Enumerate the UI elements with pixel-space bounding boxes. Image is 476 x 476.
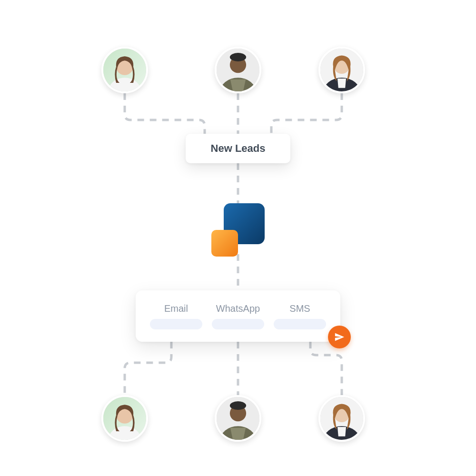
avatar-recipient-2 [215,395,261,442]
channel-pill [150,319,202,329]
avatar-lead-3 [318,47,365,93]
new-leads-label: New Leads [211,142,266,155]
channel-pill [274,319,326,329]
diagram-canvas: New Leads Email WhatsApp SMS [0,0,476,476]
channel-pill [212,319,264,329]
channel-label: WhatsApp [216,303,260,314]
channel-label: Email [164,303,188,314]
logo-square-orange [211,230,238,257]
avatar-lead-1 [101,47,148,93]
svg-point-16 [230,401,246,410]
avatar-recipient-1 [101,395,148,442]
send-icon [334,332,345,342]
channel-label: SMS [289,303,310,314]
avatar-recipient-3 [318,395,365,442]
send-button[interactable] [328,326,351,348]
svg-point-6 [230,53,246,61]
brand-logo [211,203,265,257]
channel-whatsapp: WhatsApp [212,303,264,329]
new-leads-card: New Leads [186,134,290,163]
channel-email: Email [150,303,202,329]
channels-card: Email WhatsApp SMS [136,290,340,342]
channel-sms: SMS [274,303,326,329]
avatar-lead-2 [215,47,261,93]
